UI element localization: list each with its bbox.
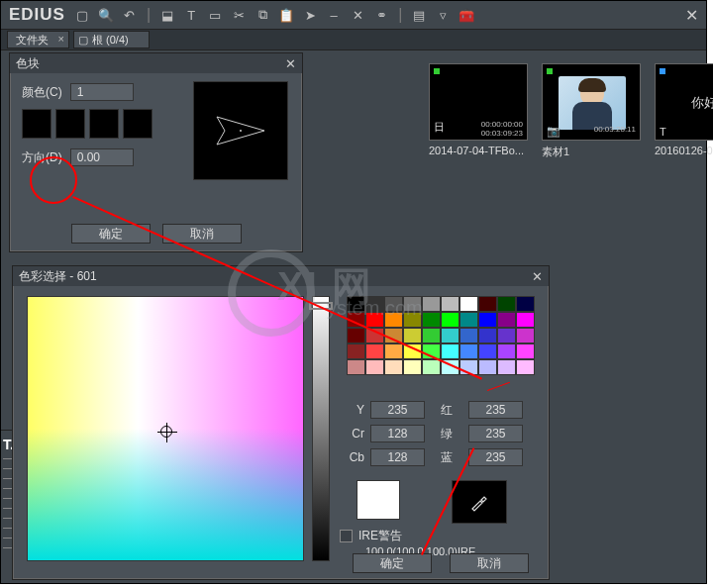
palette-cell[interactable]	[497, 328, 516, 343]
close-icon[interactable]: ✕	[285, 56, 296, 71]
palette-cell[interactable]	[516, 328, 535, 343]
direction-field[interactable]	[70, 148, 134, 166]
palette-cell[interactable]	[422, 359, 441, 375]
cut-icon[interactable]: ✂	[230, 6, 248, 24]
paste-icon[interactable]: 📋	[277, 6, 295, 24]
palette-cell[interactable]	[365, 296, 384, 312]
swatch[interactable]	[55, 109, 85, 139]
y-field[interactable]	[370, 401, 425, 419]
thumb-item[interactable]: 日 00:00:00:0000:03:09:23 2014-07-04-TFBo…	[429, 63, 528, 159]
tab-bin[interactable]: ▢ 根 (0/4)	[73, 31, 150, 49]
cb-field[interactable]	[370, 448, 425, 466]
copy-icon[interactable]: ⧉	[254, 6, 271, 24]
palette-cell[interactable]	[441, 296, 459, 312]
folder-icon[interactable]: ▢	[73, 6, 91, 24]
palette-cell[interactable]	[403, 296, 422, 312]
minus-icon[interactable]: –	[325, 6, 343, 24]
ok-button[interactable]: 确定	[353, 553, 432, 573]
thumb-item[interactable]: 📷 00:03:28:11 素材1	[542, 63, 641, 159]
green-field[interactable]	[468, 425, 523, 442]
eyedropper-button[interactable]	[452, 480, 507, 524]
palette-cell[interactable]	[459, 343, 478, 359]
palette-cell[interactable]	[403, 359, 422, 375]
tools-icon[interactable]: 🧰	[458, 6, 475, 24]
palette-cell[interactable]	[422, 328, 441, 343]
swatch[interactable]	[123, 109, 153, 139]
direction-preview[interactable]	[193, 81, 288, 180]
crosshair-icon[interactable]	[160, 426, 172, 438]
palette-cell[interactable]	[459, 328, 478, 343]
palette-cell[interactable]	[365, 343, 384, 359]
clip-icon[interactable]: ▭	[206, 6, 224, 24]
palette-cell[interactable]	[365, 312, 384, 328]
import-icon[interactable]: ⬓	[158, 6, 176, 24]
search-icon[interactable]: 🔍	[97, 6, 115, 24]
ok-button[interactable]: 确定	[71, 224, 151, 244]
cancel-button[interactable]: 取消	[450, 553, 529, 573]
palette-cell[interactable]	[459, 296, 478, 312]
palette-cell[interactable]	[347, 312, 365, 328]
palette-cell[interactable]	[441, 343, 459, 359]
palette-cell[interactable]	[347, 296, 365, 312]
palette-cell[interactable]	[497, 359, 516, 375]
palette-cell[interactable]	[516, 312, 535, 328]
dialog-titlebar[interactable]: 色块 ✕	[10, 53, 302, 73]
swatch[interactable]	[89, 109, 119, 139]
tab-close-icon[interactable]: ×	[58, 33, 64, 45]
palette-cell[interactable]	[441, 312, 459, 328]
palette-cell[interactable]	[347, 359, 365, 375]
red-field[interactable]	[468, 401, 523, 419]
palette-cell[interactable]	[365, 359, 384, 375]
palette-cell[interactable]	[384, 328, 403, 343]
palette-cell[interactable]	[422, 296, 441, 312]
close-icon[interactable]: ✕	[532, 269, 543, 284]
palette-cell[interactable]	[497, 312, 516, 328]
thumb-item[interactable]: 你好 T --:--:--:-- 20160126-0000	[655, 63, 713, 159]
palette-cell[interactable]	[347, 328, 365, 343]
color-count-field[interactable]	[70, 83, 134, 101]
delete-icon[interactable]: ✕	[349, 6, 366, 24]
value-slider[interactable]	[309, 302, 333, 310]
palette-cell[interactable]	[347, 343, 365, 359]
ire-checkbox[interactable]	[340, 530, 353, 542]
tab-file-folder[interactable]: 文件夹 ×	[7, 31, 69, 49]
palette-cell[interactable]	[516, 343, 535, 359]
arrow-icon[interactable]: ➤	[301, 6, 319, 24]
palette-cell[interactable]	[459, 359, 478, 375]
dialog-titlebar[interactable]: 色彩选择 - 601 ✕	[13, 266, 549, 286]
link-icon[interactable]: ⚭	[372, 6, 390, 24]
cancel-button[interactable]: 取消	[162, 224, 242, 244]
close-icon[interactable]: ✕	[685, 6, 698, 25]
palette-cell[interactable]	[516, 296, 535, 312]
blue-field[interactable]	[468, 448, 523, 466]
palette-cell[interactable]	[516, 359, 535, 375]
palette-cell[interactable]	[384, 343, 403, 359]
swatch[interactable]	[22, 109, 51, 139]
palette-cell[interactable]	[478, 328, 497, 343]
current-color-swatch[interactable]	[356, 480, 400, 520]
palette-cell[interactable]	[384, 296, 403, 312]
undo-icon[interactable]: ↶	[121, 6, 139, 24]
palette-cell[interactable]	[478, 343, 497, 359]
palette-cell[interactable]	[459, 312, 478, 328]
palette-cell[interactable]	[384, 359, 403, 375]
props-icon[interactable]: ▿	[434, 6, 452, 24]
palette-cell[interactable]	[422, 312, 441, 328]
palette-cell[interactable]	[384, 312, 403, 328]
palette-cell[interactable]	[422, 343, 441, 359]
palette-cell[interactable]	[365, 328, 384, 343]
gradient-field[interactable]	[27, 296, 304, 561]
palette-cell[interactable]	[478, 312, 497, 328]
palette-cell[interactable]	[441, 328, 459, 343]
title-icon[interactable]: T	[182, 6, 200, 24]
palette-cell[interactable]	[478, 359, 497, 375]
palette-cell[interactable]	[497, 296, 516, 312]
palette-cell[interactable]	[403, 328, 422, 343]
view-icon[interactable]: ▤	[410, 6, 428, 24]
palette-cell[interactable]	[403, 343, 422, 359]
palette-cell[interactable]	[497, 343, 516, 359]
cr-field[interactable]	[370, 425, 425, 442]
palette-cell[interactable]	[441, 359, 459, 375]
value-bar[interactable]	[312, 296, 330, 561]
palette-cell[interactable]	[478, 296, 497, 312]
